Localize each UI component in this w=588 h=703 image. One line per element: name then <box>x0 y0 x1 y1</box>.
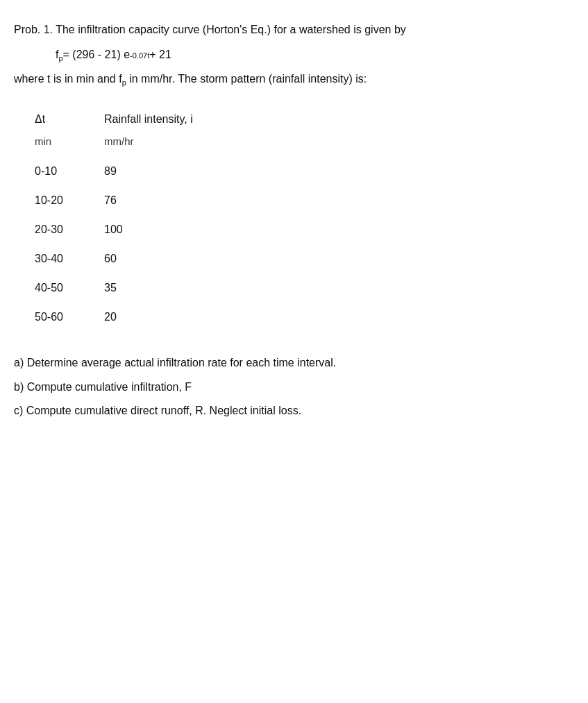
question-3: c) Compute cumulative direct runoff, R. … <box>14 400 567 421</box>
table-row: 30-40 60 <box>28 244 236 273</box>
table-unit-row: min mm/hr <box>28 134 236 157</box>
intensity-cell: 35 <box>97 273 236 303</box>
question-1: a) Determine average actual infiltration… <box>14 353 567 373</box>
intensity-cell: 76 <box>97 186 236 215</box>
col1-unit: min <box>28 134 97 157</box>
fp-subscript: p <box>58 54 62 62</box>
interval-cell: 10-20 <box>28 186 97 215</box>
eq-middle: = (296 - 21) e <box>63 46 131 64</box>
table-row: 40-50 35 <box>28 273 236 303</box>
intensity-cell: 60 <box>97 244 236 273</box>
intensity-cell: 20 <box>97 303 236 332</box>
prob-label: Prob. 1. <box>14 24 53 35</box>
intensity-cell: 100 <box>97 215 236 244</box>
interval-cell: 30-40 <box>28 244 97 273</box>
interval-cell: 40-50 <box>28 273 97 303</box>
question-2: b) Compute cumulative infiltration, F <box>14 377 567 398</box>
col1-header: Δt <box>28 105 97 134</box>
table-row: 50-60 20 <box>28 303 236 332</box>
interval-cell: 20-30 <box>28 215 97 244</box>
table-section: Δt Rainfall intensity, i min mm/hr 0-10 … <box>14 105 567 332</box>
table-row: 0-10 89 <box>28 157 236 186</box>
fp-label: fp <box>56 46 63 65</box>
where-line: where t is in min and fp in mm/hr. The s… <box>14 70 567 90</box>
questions-section: a) Determine average actual infiltration… <box>14 353 567 421</box>
prob-title: Prob. 1. The infiltration capacity curve… <box>14 21 567 39</box>
plus-part: + 21 <box>149 46 171 64</box>
problem-statement: Prob. 1. The infiltration capacity curve… <box>14 21 567 90</box>
table-body: 0-10 89 10-20 76 20-30 100 30-40 60 40-5… <box>28 157 236 332</box>
col2-unit: mm/hr <box>97 134 236 157</box>
prob-intro: The infiltration capacity curve (Horton'… <box>56 24 406 35</box>
questions-container: a) Determine average actual infiltration… <box>14 353 567 421</box>
interval-cell: 50-60 <box>28 303 97 332</box>
interval-cell: 0-10 <box>28 157 97 186</box>
storm-table: Δt Rainfall intensity, i min mm/hr 0-10 … <box>28 105 236 332</box>
col2-header: Rainfall intensity, i <box>97 105 236 134</box>
table-header-row: Δt Rainfall intensity, i <box>28 105 236 134</box>
table-row: 10-20 76 <box>28 186 236 215</box>
table-row: 20-30 100 <box>28 215 236 244</box>
equation-line: fp = (296 - 21) e -0.07t + 21 <box>56 46 567 65</box>
intensity-cell: 89 <box>97 157 236 186</box>
